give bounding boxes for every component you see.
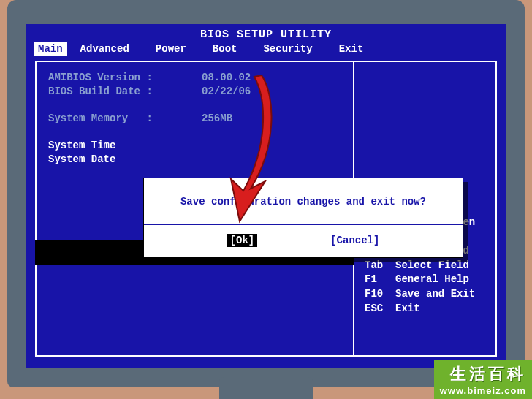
help-select-field: Tab Select Field — [365, 259, 487, 273]
system-date-row[interactable]: System Date — [48, 153, 341, 167]
bios-date-label: BIOS Build Date : — [48, 86, 153, 97]
help-general-help: F1 General Help — [365, 273, 487, 287]
confirm-dialog: Save configuration changes and exit now?… — [143, 178, 463, 258]
system-memory-row: System Memory : 256MB — [48, 112, 341, 126]
menu-power[interactable]: Power — [142, 42, 200, 56]
menu-main[interactable]: Main — [34, 42, 67, 56]
menu-bar: Main Advanced Power Boot Security Exit — [26, 41, 506, 57]
watermark: 生活百科 www.bimeiz.com — [434, 360, 532, 399]
help-save-exit: F10 Save and Exit — [365, 287, 487, 302]
dialog-buttons: [Ok] [Cancel] — [144, 225, 463, 257]
dialog-message: Save configuration changes and exit now? — [144, 178, 463, 225]
bios-version-value: 08.00.02 — [202, 72, 251, 83]
bios-date-row: BIOS Build Date : 02/22/06 — [48, 85, 341, 99]
cancel-button[interactable]: [Cancel] — [330, 234, 379, 247]
bios-date-value: 02/22/06 — [202, 86, 251, 97]
bios-title: BIOS SETUP UTILITY — [26, 24, 506, 41]
menu-advanced[interactable]: Advanced — [67, 42, 142, 56]
bios-version-label: AMIBIOS Version : — [48, 72, 153, 83]
bios-version-row: AMIBIOS Version : 08.00.02 — [48, 71, 341, 85]
menu-exit[interactable]: Exit — [326, 42, 377, 56]
bios-screen: BIOS SETUP UTILITY Main Advanced Power B… — [26, 24, 506, 368]
menu-security[interactable]: Security — [250, 42, 325, 56]
help-exit: ESC Exit — [365, 302, 487, 316]
watermark-url: www.bimeiz.com — [440, 385, 526, 396]
watermark-text: 生活百科 — [440, 363, 526, 385]
monitor-stand — [219, 377, 313, 399]
system-memory-label: System Memory : — [48, 113, 153, 124]
ok-button[interactable]: [Ok] — [227, 234, 258, 247]
system-time-row[interactable]: System Time — [48, 139, 341, 153]
system-memory-value: 256MB — [202, 113, 232, 124]
monitor-bezel: BIOS SETUP UTILITY Main Advanced Power B… — [7, 0, 525, 387]
menu-boot[interactable]: Boot — [200, 42, 251, 56]
